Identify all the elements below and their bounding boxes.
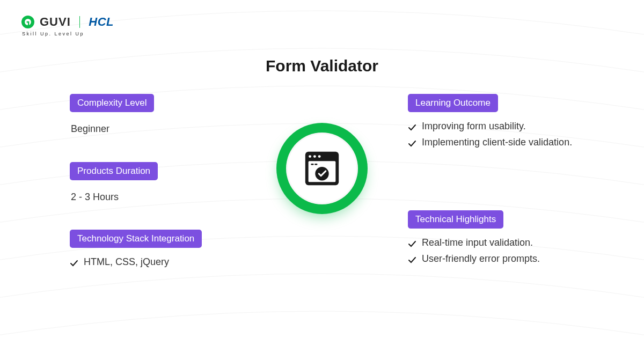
svg-point-2 (309, 155, 311, 158)
page-title: Form Validator (266, 57, 378, 75)
outer-ring (276, 123, 368, 214)
section-tech: Technology Stack Integration HTML, CSS, … (70, 230, 252, 268)
highlight-item-0: Real-time input validation. (422, 237, 533, 248)
list-item: Real-time input validation. (408, 237, 612, 249)
svg-point-4 (318, 155, 321, 158)
tech-value: HTML, CSS, jQuery (84, 256, 169, 268)
list-item: Improving form usability. (408, 121, 612, 133)
form-validator-icon (301, 148, 343, 189)
check-icon (408, 255, 416, 265)
complexity-label: Complexity Level (70, 94, 154, 112)
logo-row: GUVI HCL (21, 15, 114, 29)
section-complexity: Complexity Level Beginner (70, 94, 252, 137)
guvi-logo-icon (21, 16, 34, 28)
tech-item: HTML, CSS, jQuery (70, 256, 252, 268)
complexity-value: Beginner (71, 121, 252, 137)
guvi-brand-text: GUVI (40, 15, 71, 29)
list-item: User-friendly error prompts. (408, 253, 612, 265)
tech-label: Technology Stack Integration (70, 230, 202, 248)
learning-item-0: Improving form usability. (422, 121, 526, 132)
section-learning: Learning Outcome Improving form usabilit… (408, 94, 612, 149)
center-badge (276, 123, 368, 214)
hcl-brand-text: HCL (89, 15, 114, 29)
learning-item-1: Implementing client-side validation. (422, 137, 572, 148)
highlights-label: Technical Highlights (408, 210, 503, 229)
right-column: Learning Outcome Improving form usabilit… (408, 94, 612, 290)
highlight-item-1: User-friendly error prompts. (422, 253, 540, 264)
left-column: Complexity Level Beginner Products Durat… (70, 94, 252, 293)
check-icon (408, 139, 416, 149)
check-icon (70, 259, 78, 268)
svg-point-3 (313, 155, 316, 158)
duration-label: Products Duration (70, 162, 158, 180)
list-item: Implementing client-side validation. (408, 137, 612, 149)
tagline: Skill Up. Level Up (22, 31, 114, 36)
learning-label: Learning Outcome (408, 94, 498, 112)
section-duration: Products Duration 2 - 3 Hours (70, 162, 252, 205)
logo-block: GUVI HCL Skill Up. Level Up (21, 15, 114, 36)
section-highlights: Technical Highlights Real-time input val… (408, 210, 612, 265)
brand-divider (79, 16, 80, 28)
check-icon (408, 239, 416, 249)
duration-value: 2 - 3 Hours (71, 189, 252, 205)
header: GUVI HCL Skill Up. Level Up (21, 15, 114, 36)
check-icon (408, 123, 416, 133)
inner-ring (286, 133, 358, 204)
